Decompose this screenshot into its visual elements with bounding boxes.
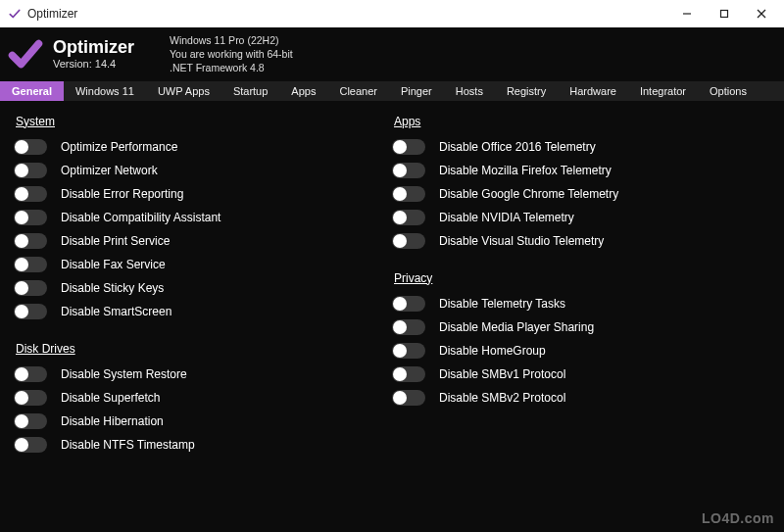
right-column: Apps Disable Office 2016 TelemetryDisabl… [392, 111, 770, 524]
toggle-disable-nvidia-telemetry[interactable] [392, 210, 425, 225]
option-row-disable-hibernation: Disable Hibernation [14, 411, 392, 432]
app-info: Optimizer Version: 14.4 [53, 38, 134, 70]
app-version: Version: 14.4 [53, 58, 134, 70]
app-icon [8, 7, 22, 21]
tab-cleaner[interactable]: Cleaner [327, 81, 389, 101]
option-label: Disable Sticky Keys [61, 281, 164, 295]
tab-hardware[interactable]: Hardware [558, 81, 628, 101]
option-row-disable-print-service: Disable Print Service [14, 230, 392, 252]
app-name: Optimizer [53, 38, 134, 58]
svg-rect-1 [721, 11, 728, 18]
option-row-disable-fax-service: Disable Fax Service [14, 254, 392, 275]
toggle-disable-hibernation[interactable] [14, 413, 47, 429]
toggle-disable-media-player-sharing[interactable] [392, 319, 425, 335]
option-label: Disable HomeGroup [439, 344, 546, 358]
checkmark-icon [8, 36, 43, 72]
option-row-disable-compatibility-assistant: Disable Compatibility Assistant [14, 207, 392, 228]
window-title: Optimizer [27, 7, 77, 21]
tab-options[interactable]: Options [698, 81, 759, 101]
option-label: Disable SMBv2 Protocol [439, 391, 565, 405]
env-os: Windows 11 Pro (22H2) [170, 33, 293, 47]
toggle-knob [393, 211, 407, 224]
section-disk-drives: Disk Drives [16, 342, 392, 356]
toggle-disable-homegroup[interactable] [392, 343, 425, 359]
tab-pinger[interactable]: Pinger [389, 81, 444, 101]
option-label: Disable Mozilla Firefox Telemetry [439, 164, 612, 177]
app-window: Optimizer Optimizer Version: 14.4 Window… [0, 0, 784, 532]
toggle-disable-google-chrome-telemetry[interactable] [392, 186, 425, 202]
toggle-knob [15, 140, 28, 154]
toggle-disable-fax-service[interactable] [14, 257, 47, 272]
toggle-knob [393, 140, 407, 154]
maximize-button[interactable] [706, 0, 743, 27]
toggle-knob [15, 414, 28, 428]
toggle-knob [15, 187, 28, 201]
option-label: Disable Error Reporting [61, 187, 183, 201]
tab-integrator[interactable]: Integrator [628, 81, 698, 101]
option-label: Disable Visual Studio Telemetry [439, 234, 604, 248]
option-row-disable-sticky-keys: Disable Sticky Keys [14, 277, 392, 299]
tab-windows-11[interactable]: Windows 11 [64, 81, 146, 101]
option-label: Disable Media Player Sharing [439, 320, 594, 334]
toggle-knob [393, 320, 407, 334]
option-label: Disable NTFS Timestamp [61, 438, 195, 452]
toggle-disable-mozilla-firefox-telemetry[interactable] [392, 163, 425, 178]
toggle-optimize-performance[interactable] [14, 139, 47, 155]
tab-hosts[interactable]: Hosts [444, 81, 495, 101]
toggle-disable-office-2016-telemetry[interactable] [392, 139, 425, 155]
toggle-disable-error-reporting[interactable] [14, 186, 47, 202]
env-arch: You are working with 64-bit [170, 47, 293, 61]
toggle-knob [15, 164, 28, 177]
toggle-knob [15, 391, 28, 405]
toggle-knob [393, 164, 407, 177]
option-label: Disable SMBv1 Protocol [439, 367, 565, 381]
tab-startup[interactable]: Startup [221, 81, 279, 101]
toggle-disable-smbv2-protocol[interactable] [392, 390, 425, 406]
option-label: Disable System Restore [61, 367, 187, 381]
toggle-knob [393, 234, 407, 248]
toggle-disable-superfetch[interactable] [14, 390, 47, 406]
toggle-optimizer-network[interactable] [14, 163, 47, 178]
toggle-disable-print-service[interactable] [14, 233, 47, 249]
toggle-knob [15, 258, 28, 271]
option-row-disable-system-restore: Disable System Restore [14, 363, 392, 385]
toggle-disable-telemetry-tasks[interactable] [392, 296, 425, 312]
option-row-disable-error-reporting: Disable Error Reporting [14, 183, 392, 205]
section-apps: Apps [394, 115, 770, 128]
option-row-disable-mozilla-firefox-telemetry: Disable Mozilla Firefox Telemetry [392, 160, 770, 181]
tab-apps[interactable]: Apps [279, 81, 327, 101]
option-row-disable-homegroup: Disable HomeGroup [392, 340, 770, 362]
toggle-disable-sticky-keys[interactable] [14, 280, 47, 296]
toggle-knob [393, 297, 407, 311]
toggle-knob [15, 234, 28, 248]
app-header: Optimizer Version: 14.4 Windows 11 Pro (… [0, 27, 784, 81]
option-label: Disable Telemetry Tasks [439, 297, 565, 311]
tabs-bar: GeneralWindows 11UWP AppsStartupAppsClea… [0, 81, 784, 101]
titlebar: Optimizer [0, 0, 784, 27]
option-label: Disable Google Chrome Telemetry [439, 187, 618, 201]
env-info: Windows 11 Pro (22H2) You are working wi… [170, 33, 293, 75]
toggle-disable-smbv1-protocol[interactable] [392, 366, 425, 382]
option-row-disable-superfetch: Disable Superfetch [14, 387, 392, 409]
content-area: System Optimize PerformanceOptimizer Net… [0, 101, 784, 532]
toggle-disable-visual-studio-telemetry[interactable] [392, 233, 425, 249]
option-label: Disable NVIDIA Telemetry [439, 211, 574, 224]
close-button[interactable] [743, 0, 780, 27]
option-row-disable-smbv2-protocol: Disable SMBv2 Protocol [392, 387, 770, 409]
toggle-disable-system-restore[interactable] [14, 366, 47, 382]
toggle-disable-smartscreen[interactable] [14, 304, 47, 319]
option-row-disable-google-chrome-telemetry: Disable Google Chrome Telemetry [392, 183, 770, 205]
option-label: Disable SmartScreen [61, 305, 172, 318]
tab-general[interactable]: General [0, 81, 64, 101]
left-column: System Optimize PerformanceOptimizer Net… [14, 111, 392, 524]
section-system: System [16, 115, 392, 128]
tab-registry[interactable]: Registry [495, 81, 558, 101]
minimize-button[interactable] [668, 0, 706, 27]
option-row-disable-nvidia-telemetry: Disable NVIDIA Telemetry [392, 207, 770, 228]
toggle-knob [393, 367, 407, 381]
option-row-disable-ntfs-timestamp: Disable NTFS Timestamp [14, 434, 392, 456]
toggle-disable-compatibility-assistant[interactable] [14, 210, 47, 225]
toggle-knob [15, 281, 28, 295]
tab-uwp-apps[interactable]: UWP Apps [146, 81, 221, 101]
toggle-disable-ntfs-timestamp[interactable] [14, 437, 47, 453]
